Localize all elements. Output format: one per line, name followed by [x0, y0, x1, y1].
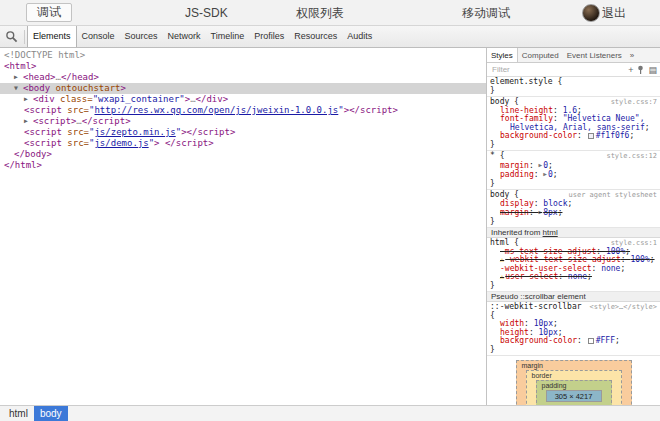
rule-source-link[interactable]: style.css:7 — [611, 98, 657, 107]
property-name[interactable]: background-color — [500, 336, 577, 345]
rule-selector[interactable]: element.style — [490, 77, 553, 86]
tab-styles[interactable]: Styles — [487, 48, 518, 62]
sidebar-tabs-overflow-chevron[interactable]: » — [626, 48, 638, 62]
dom-tree-node[interactable]: </html> — [0, 160, 486, 171]
tab-timeline[interactable]: Timeline — [206, 26, 250, 47]
style-rule: user agent stylesheetbody {display: bloc… — [487, 190, 660, 228]
color-swatch[interactable] — [588, 133, 594, 139]
property-value[interactable]: 100% — [630, 255, 649, 264]
new-style-rule-icon[interactable]: + — [628, 63, 633, 77]
property-name[interactable]: margin — [500, 161, 529, 170]
property-value[interactable]: 8px — [543, 208, 557, 217]
nav-item-permission-list[interactable]: 权限列表 — [296, 0, 344, 26]
rule-source-label: user agent stylesheet — [568, 191, 657, 200]
property-value[interactable]: none — [601, 264, 620, 273]
rule-selector[interactable]: ::-webkit-scrollbar — [490, 302, 582, 311]
code-segment: </script> — [82, 116, 131, 126]
styles-section-header: Pseudo ::scrollbar element — [487, 292, 660, 302]
css-property[interactable]: padding: ▶0; — [490, 170, 657, 180]
property-name[interactable]: background-color — [500, 131, 577, 140]
css-property[interactable]: margin: ▶8px; — [490, 208, 657, 218]
dom-tree-node[interactable]: <html> — [0, 61, 486, 72]
breadcrumb-html[interactable]: html — [3, 406, 34, 421]
box-model-border[interactable]: border padding 305 × 4217 — [526, 370, 622, 405]
rule-selector[interactable]: * — [490, 151, 495, 160]
style-rule: style.css:1html {-ms-text-size-adjust: 1… — [487, 238, 660, 292]
property-name[interactable]: user-select — [505, 272, 558, 281]
dom-tree-node[interactable]: <script src="http://res.wx.qq.com/open/j… — [0, 105, 486, 116]
toggle-element-state-icon[interactable] — [637, 65, 644, 74]
inspect-element-icon[interactable] — [0, 30, 22, 43]
breadcrumb-body[interactable]: body — [34, 406, 68, 421]
css-property[interactable]: font-family: "Helvetica Neue", Helvetica… — [490, 115, 657, 132]
dom-tree-node[interactable]: ▶<head>…</head> — [0, 72, 486, 83]
logout-link[interactable]: 退出 — [602, 0, 626, 26]
color-swatch[interactable] — [588, 338, 594, 344]
property-value[interactable]: 0 — [548, 170, 553, 179]
expand-arrow-icon[interactable]: ▶ — [14, 72, 23, 83]
tab-event-listeners[interactable]: Event Listeners — [563, 48, 626, 62]
expand-shorthand-icon[interactable]: ▶ — [539, 161, 543, 168]
tab-elements[interactable]: Elements — [27, 26, 77, 47]
collapse-arrow-icon[interactable]: ▼ — [14, 83, 23, 94]
code-segment: </head> — [61, 72, 99, 82]
css-property[interactable]: background-color: #FFF; — [490, 337, 657, 346]
code-segment: <html> — [4, 61, 37, 71]
property-value[interactable]: none — [568, 272, 587, 281]
nav-item-debug[interactable]: 调试 — [26, 3, 72, 22]
tab-profiles[interactable]: Profiles — [249, 26, 289, 47]
box-model-margin[interactable]: margin border padding 305 × 4217 — [516, 360, 632, 405]
css-property[interactable]: display: block; — [490, 200, 657, 209]
dom-tree-node[interactable]: ▼<body ontouchstart> — [0, 83, 486, 94]
inherited-from-node-link[interactable]: html — [543, 228, 558, 237]
css-property[interactable]: background-color: #f1f0f6; — [490, 132, 657, 141]
rule-close-brace: } — [490, 282, 657, 291]
dom-tree-node[interactable]: </body> — [0, 149, 486, 160]
dom-tree-node[interactable]: <script src="js/zepto.min.js"></script> — [0, 127, 486, 138]
property-value[interactable]: 0 — [543, 161, 548, 170]
resource-link[interactable]: js/zepto.min.js — [94, 127, 175, 137]
rule-close-brace: } — [490, 141, 657, 150]
tab-computed[interactable]: Computed — [518, 48, 563, 62]
styles-scroll-area: element.style {}style.css:7body {line-he… — [487, 77, 660, 405]
css-property[interactable]: margin: ▶0; — [490, 161, 657, 171]
resource-link[interactable]: http://res.wx.qq.com/open/js/jweixin-1.0… — [94, 105, 338, 115]
top-navigation-bar: 调试 JS-SDK 权限列表 移动调试 退出 — [0, 0, 660, 26]
panel-menu-icon[interactable]: ▤ — [648, 63, 657, 77]
resource-link[interactable]: js/demo.js — [94, 138, 148, 148]
expand-arrow-icon[interactable]: ▶ — [24, 94, 33, 105]
nav-item-mobile-debug[interactable]: 移动调试 — [462, 0, 510, 26]
expand-shorthand-icon[interactable]: ▶ — [543, 170, 547, 177]
tab-network[interactable]: Network — [163, 26, 206, 47]
box-model-padding[interactable]: padding 305 × 4217 — [536, 380, 612, 405]
devtools-panel: ElementsConsoleSourcesNetworkTimelinePro… — [0, 26, 660, 421]
box-model-padding-label: padding — [542, 381, 567, 390]
property-name[interactable]: margin — [500, 208, 529, 217]
tab-sources[interactable]: Sources — [120, 26, 163, 47]
property-value[interactable]: block — [543, 199, 567, 208]
dom-tree-node[interactable]: ▶<script>…</script> — [0, 116, 486, 127]
code-segment: <div — [33, 94, 55, 104]
box-model-content-size: 305 × 4217 — [555, 392, 593, 401]
rule-source-link[interactable]: <style>…</style> — [590, 303, 657, 312]
tab-console[interactable]: Console — [77, 26, 120, 47]
expand-shorthand-icon[interactable]: ▶ — [539, 208, 543, 215]
css-property[interactable]: ⚠user-select: none; — [490, 273, 657, 282]
tab-resources[interactable]: Resources — [289, 26, 342, 47]
tab-audits[interactable]: Audits — [342, 26, 377, 47]
user-avatar[interactable] — [582, 4, 600, 22]
box-model-content[interactable]: 305 × 4217 — [546, 390, 602, 402]
styles-section-header: Inherited from html — [487, 228, 660, 238]
property-name[interactable]: padding — [500, 170, 534, 179]
property-name[interactable]: display — [500, 199, 534, 208]
property-value[interactable]: #FFF — [596, 336, 615, 345]
style-rule: style.css:12* {margin: ▶0;padding: ▶0;} — [487, 151, 660, 190]
nav-item-jssdk[interactable]: JS-SDK — [185, 0, 228, 26]
rule-source-link[interactable]: style.css:12 — [606, 152, 657, 161]
dom-tree-node[interactable]: ▶<div class="wxapi_container">…</div> — [0, 94, 486, 105]
dom-tree-node[interactable]: <script src="js/demo.js"> </script> — [0, 138, 486, 149]
styles-filter-input[interactable] — [490, 64, 624, 75]
property-value[interactable]: #f1f0f6 — [596, 131, 630, 140]
dom-tree-node[interactable]: <!DOCTYPE html> — [0, 50, 486, 61]
expand-arrow-icon[interactable]: ▶ — [24, 116, 33, 127]
